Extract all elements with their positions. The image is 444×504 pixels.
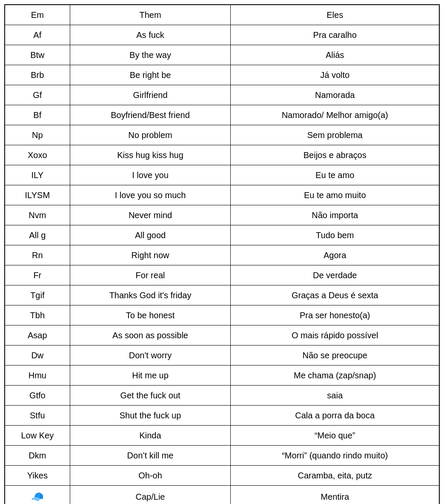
table-row: BfBoyfriend/Best friendNamorado/ Melhor …	[5, 105, 439, 125]
abbr-cell: Np	[5, 125, 70, 145]
portuguese-cell: Me chama (zap/snap)	[231, 366, 439, 386]
english-cell: For real	[70, 265, 231, 285]
table-row: AsapAs soon as possibleO mais rápido pos…	[5, 325, 439, 346]
abbr-cell: All g	[5, 225, 70, 245]
english-cell: Never mind	[70, 205, 231, 225]
table-row: EmThemEles	[5, 5, 439, 25]
table-row: DkmDon’t kill me“Morri” (quando rindo mu…	[5, 446, 439, 466]
table-row: BtwBy the wayAliás	[5, 45, 439, 65]
english-cell: Thanks God it's friday	[70, 285, 231, 305]
table-row: NpNo problemSem problema	[5, 125, 439, 145]
table-row: GfGirlfriendNamorada	[5, 85, 439, 105]
english-cell: Girlfriend	[70, 85, 231, 105]
table-row: HmuHit me upMe chama (zap/snap)	[5, 366, 439, 386]
portuguese-cell: Já volto	[231, 65, 439, 85]
table-row: ILYI love youEu te amo	[5, 165, 439, 185]
english-cell: Get the fuck out	[70, 386, 231, 406]
english-cell: Kinda	[70, 426, 231, 446]
abbr-cell: Asap	[5, 325, 70, 346]
cap-emoji-icon: 🧢	[31, 491, 44, 502]
english-cell: Don't worry	[70, 346, 231, 366]
table-row: 🧢Cap/LieMentira	[5, 486, 439, 504]
english-cell: Them	[70, 5, 231, 25]
abbr-cell: Bf	[5, 105, 70, 125]
portuguese-cell: Cala a porra da boca	[231, 406, 439, 426]
english-cell: Shut the fuck up	[70, 406, 231, 426]
english-cell: Oh-oh	[70, 466, 231, 486]
english-cell: Be right be	[70, 65, 231, 85]
english-cell: Don’t kill me	[70, 446, 231, 466]
table-row: GtfoGet the fuck outsaia	[5, 386, 439, 406]
table-row: All gAll goodTudo bem	[5, 225, 439, 245]
portuguese-cell: Eu te amo	[231, 165, 439, 185]
portuguese-cell: Tudo bem	[231, 225, 439, 245]
portuguese-cell: saia	[231, 386, 439, 406]
abbr-cell: ILY	[5, 165, 70, 185]
portuguese-cell: Não importa	[231, 205, 439, 225]
portuguese-cell: “Meio que”	[231, 426, 439, 446]
english-cell: To be honest	[70, 305, 231, 325]
english-cell: I love you so much	[70, 185, 231, 205]
portuguese-cell: Beijos e abraços	[231, 145, 439, 165]
abbr-cell: Gtfo	[5, 386, 70, 406]
english-cell: By the way	[70, 45, 231, 65]
slang-table: EmThemElesAfAs fuckPra caralhoBtwBy the …	[4, 4, 440, 504]
portuguese-cell: O mais rápido possível	[231, 325, 439, 346]
abbr-cell: Af	[5, 25, 70, 45]
english-cell: I love you	[70, 165, 231, 185]
english-cell: Cap/Lie	[70, 486, 231, 504]
table-row: NvmNever mindNão importa	[5, 205, 439, 225]
portuguese-cell: Eles	[231, 5, 439, 25]
abbr-cell: Em	[5, 5, 70, 25]
table-row: YikesOh-ohCaramba, eita, putz	[5, 466, 439, 486]
english-cell: As soon as possible	[70, 325, 231, 346]
abbr-cell: Low Key	[5, 426, 70, 446]
main-container: EmThemElesAfAs fuckPra caralhoBtwBy the …	[4, 4, 440, 504]
portuguese-cell: Agora	[231, 245, 439, 265]
table-row: Low KeyKinda“Meio que”	[5, 426, 439, 446]
portuguese-cell: Não se preocupe	[231, 346, 439, 366]
table-row: StfuShut the fuck upCala a porra da boca	[5, 406, 439, 426]
portuguese-cell: Namorado/ Melhor amigo(a)	[231, 105, 439, 125]
english-cell: Kiss hug kiss hug	[70, 145, 231, 165]
abbr-cell: Dkm	[5, 446, 70, 466]
table-row: RnRight nowAgora	[5, 245, 439, 265]
abbr-cell: Xoxo	[5, 145, 70, 165]
abbr-cell: Fr	[5, 265, 70, 285]
abbr-cell: Hmu	[5, 366, 70, 386]
abbr-cell: Btw	[5, 45, 70, 65]
table-row: DwDon't worryNão se preocupe	[5, 346, 439, 366]
portuguese-cell: Sem problema	[231, 125, 439, 145]
abbr-cell: Gf	[5, 85, 70, 105]
table-row: BrbBe right beJá volto	[5, 65, 439, 85]
english-cell: Right now	[70, 245, 231, 265]
portuguese-cell: Pra ser honesto(a)	[231, 305, 439, 325]
portuguese-cell: Namorada	[231, 85, 439, 105]
table-row: TbhTo be honestPra ser honesto(a)	[5, 305, 439, 325]
english-cell: As fuck	[70, 25, 231, 45]
portuguese-cell: Graças a Deus é sexta	[231, 285, 439, 305]
abbr-cell: Yikes	[5, 466, 70, 486]
english-cell: Hit me up	[70, 366, 231, 386]
english-cell: All good	[70, 225, 231, 245]
abbr-cell: 🧢	[5, 486, 70, 504]
table-row: XoxoKiss hug kiss hugBeijos e abraços	[5, 145, 439, 165]
table-row: AfAs fuckPra caralho	[5, 25, 439, 45]
abbr-cell: Rn	[5, 245, 70, 265]
table-row: ILYSMI love you so muchEu te amo muito	[5, 185, 439, 205]
portuguese-cell: Pra caralho	[231, 25, 439, 45]
abbr-cell: Tbh	[5, 305, 70, 325]
abbr-cell: Dw	[5, 346, 70, 366]
table-row: TgifThanks God it's fridayGraças a Deus …	[5, 285, 439, 305]
abbr-cell: Stfu	[5, 406, 70, 426]
portuguese-cell: Aliás	[231, 45, 439, 65]
table-row: FrFor realDe verdade	[5, 265, 439, 285]
abbr-cell: Tgif	[5, 285, 70, 305]
portuguese-cell: Mentira	[231, 486, 439, 504]
abbr-cell: Brb	[5, 65, 70, 85]
portuguese-cell: “Morri” (quando rindo muito)	[231, 446, 439, 466]
english-cell: No problem	[70, 125, 231, 145]
portuguese-cell: Caramba, eita, putz	[231, 466, 439, 486]
abbr-cell: ILYSM	[5, 185, 70, 205]
english-cell: Boyfriend/Best friend	[70, 105, 231, 125]
